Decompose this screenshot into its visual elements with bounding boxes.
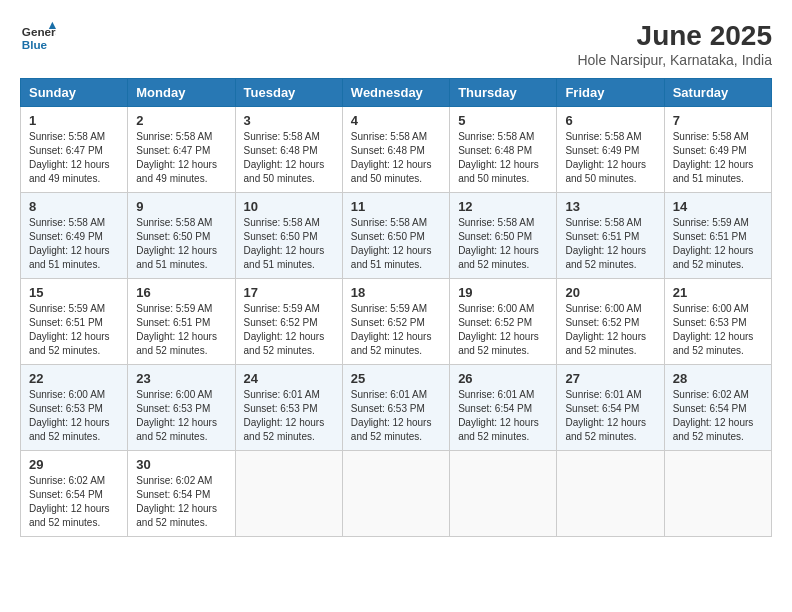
day-info: Sunrise: 6:02 AM Sunset: 6:54 PM Dayligh… bbox=[29, 474, 119, 530]
table-row: 18 Sunrise: 5:59 AM Sunset: 6:52 PM Dayl… bbox=[342, 279, 449, 365]
day-info: Sunrise: 5:58 AM Sunset: 6:47 PM Dayligh… bbox=[136, 130, 226, 186]
table-row: 22 Sunrise: 6:00 AM Sunset: 6:53 PM Dayl… bbox=[21, 365, 128, 451]
table-row: 8 Sunrise: 5:58 AM Sunset: 6:49 PM Dayli… bbox=[21, 193, 128, 279]
day-info: Sunrise: 5:58 AM Sunset: 6:49 PM Dayligh… bbox=[565, 130, 655, 186]
day-number: 4 bbox=[351, 113, 441, 128]
table-row: 6 Sunrise: 5:58 AM Sunset: 6:49 PM Dayli… bbox=[557, 107, 664, 193]
day-number: 13 bbox=[565, 199, 655, 214]
table-row: 1 Sunrise: 5:58 AM Sunset: 6:47 PM Dayli… bbox=[21, 107, 128, 193]
day-info: Sunrise: 5:58 AM Sunset: 6:50 PM Dayligh… bbox=[351, 216, 441, 272]
calendar-week-row: 8 Sunrise: 5:58 AM Sunset: 6:49 PM Dayli… bbox=[21, 193, 772, 279]
day-info: Sunrise: 5:58 AM Sunset: 6:51 PM Dayligh… bbox=[565, 216, 655, 272]
table-row: 28 Sunrise: 6:02 AM Sunset: 6:54 PM Dayl… bbox=[664, 365, 771, 451]
day-info: Sunrise: 5:59 AM Sunset: 6:52 PM Dayligh… bbox=[351, 302, 441, 358]
calendar-week-row: 1 Sunrise: 5:58 AM Sunset: 6:47 PM Dayli… bbox=[21, 107, 772, 193]
calendar-table: Sunday Monday Tuesday Wednesday Thursday… bbox=[20, 78, 772, 537]
logo: General Blue bbox=[20, 20, 56, 56]
col-friday: Friday bbox=[557, 79, 664, 107]
table-row: 19 Sunrise: 6:00 AM Sunset: 6:52 PM Dayl… bbox=[450, 279, 557, 365]
day-info: Sunrise: 6:01 AM Sunset: 6:54 PM Dayligh… bbox=[458, 388, 548, 444]
day-number: 10 bbox=[244, 199, 334, 214]
day-number: 6 bbox=[565, 113, 655, 128]
table-row: 14 Sunrise: 5:59 AM Sunset: 6:51 PM Dayl… bbox=[664, 193, 771, 279]
table-row: 7 Sunrise: 5:58 AM Sunset: 6:49 PM Dayli… bbox=[664, 107, 771, 193]
table-row: 3 Sunrise: 5:58 AM Sunset: 6:48 PM Dayli… bbox=[235, 107, 342, 193]
day-info: Sunrise: 6:00 AM Sunset: 6:52 PM Dayligh… bbox=[565, 302, 655, 358]
day-number: 9 bbox=[136, 199, 226, 214]
day-number: 22 bbox=[29, 371, 119, 386]
table-row bbox=[664, 451, 771, 537]
table-row: 21 Sunrise: 6:00 AM Sunset: 6:53 PM Dayl… bbox=[664, 279, 771, 365]
day-info: Sunrise: 5:58 AM Sunset: 6:50 PM Dayligh… bbox=[136, 216, 226, 272]
day-number: 2 bbox=[136, 113, 226, 128]
col-monday: Monday bbox=[128, 79, 235, 107]
table-row bbox=[557, 451, 664, 537]
day-number: 1 bbox=[29, 113, 119, 128]
day-info: Sunrise: 5:58 AM Sunset: 6:48 PM Dayligh… bbox=[244, 130, 334, 186]
day-info: Sunrise: 6:00 AM Sunset: 6:53 PM Dayligh… bbox=[29, 388, 119, 444]
day-info: Sunrise: 5:58 AM Sunset: 6:48 PM Dayligh… bbox=[351, 130, 441, 186]
table-row: 27 Sunrise: 6:01 AM Sunset: 6:54 PM Dayl… bbox=[557, 365, 664, 451]
day-info: Sunrise: 5:59 AM Sunset: 6:51 PM Dayligh… bbox=[29, 302, 119, 358]
table-row: 17 Sunrise: 5:59 AM Sunset: 6:52 PM Dayl… bbox=[235, 279, 342, 365]
col-wednesday: Wednesday bbox=[342, 79, 449, 107]
header-row: Sunday Monday Tuesday Wednesday Thursday… bbox=[21, 79, 772, 107]
day-number: 26 bbox=[458, 371, 548, 386]
day-info: Sunrise: 6:02 AM Sunset: 6:54 PM Dayligh… bbox=[136, 474, 226, 530]
day-number: 18 bbox=[351, 285, 441, 300]
table-row: 5 Sunrise: 5:58 AM Sunset: 6:48 PM Dayli… bbox=[450, 107, 557, 193]
title-block: June 2025 Hole Narsipur, Karnataka, Indi… bbox=[577, 20, 772, 68]
table-row: 12 Sunrise: 5:58 AM Sunset: 6:50 PM Dayl… bbox=[450, 193, 557, 279]
day-number: 21 bbox=[673, 285, 763, 300]
day-number: 11 bbox=[351, 199, 441, 214]
day-number: 17 bbox=[244, 285, 334, 300]
day-number: 8 bbox=[29, 199, 119, 214]
day-info: Sunrise: 6:01 AM Sunset: 6:53 PM Dayligh… bbox=[351, 388, 441, 444]
day-number: 28 bbox=[673, 371, 763, 386]
day-number: 15 bbox=[29, 285, 119, 300]
day-info: Sunrise: 5:59 AM Sunset: 6:51 PM Dayligh… bbox=[673, 216, 763, 272]
logo-icon: General Blue bbox=[20, 20, 56, 56]
table-row: 30 Sunrise: 6:02 AM Sunset: 6:54 PM Dayl… bbox=[128, 451, 235, 537]
day-number: 30 bbox=[136, 457, 226, 472]
table-row: 29 Sunrise: 6:02 AM Sunset: 6:54 PM Dayl… bbox=[21, 451, 128, 537]
day-number: 3 bbox=[244, 113, 334, 128]
table-row bbox=[235, 451, 342, 537]
calendar-week-row: 22 Sunrise: 6:00 AM Sunset: 6:53 PM Dayl… bbox=[21, 365, 772, 451]
day-info: Sunrise: 6:00 AM Sunset: 6:53 PM Dayligh… bbox=[136, 388, 226, 444]
table-row: 4 Sunrise: 5:58 AM Sunset: 6:48 PM Dayli… bbox=[342, 107, 449, 193]
table-row: 24 Sunrise: 6:01 AM Sunset: 6:53 PM Dayl… bbox=[235, 365, 342, 451]
day-number: 24 bbox=[244, 371, 334, 386]
table-row: 9 Sunrise: 5:58 AM Sunset: 6:50 PM Dayli… bbox=[128, 193, 235, 279]
day-info: Sunrise: 6:00 AM Sunset: 6:53 PM Dayligh… bbox=[673, 302, 763, 358]
day-number: 7 bbox=[673, 113, 763, 128]
day-number: 19 bbox=[458, 285, 548, 300]
table-row: 16 Sunrise: 5:59 AM Sunset: 6:51 PM Dayl… bbox=[128, 279, 235, 365]
table-row: 13 Sunrise: 5:58 AM Sunset: 6:51 PM Dayl… bbox=[557, 193, 664, 279]
day-info: Sunrise: 6:02 AM Sunset: 6:54 PM Dayligh… bbox=[673, 388, 763, 444]
calendar-week-row: 29 Sunrise: 6:02 AM Sunset: 6:54 PM Dayl… bbox=[21, 451, 772, 537]
day-number: 12 bbox=[458, 199, 548, 214]
day-info: Sunrise: 5:58 AM Sunset: 6:49 PM Dayligh… bbox=[673, 130, 763, 186]
svg-text:Blue: Blue bbox=[22, 38, 48, 51]
col-sunday: Sunday bbox=[21, 79, 128, 107]
day-info: Sunrise: 5:58 AM Sunset: 6:48 PM Dayligh… bbox=[458, 130, 548, 186]
col-saturday: Saturday bbox=[664, 79, 771, 107]
day-info: Sunrise: 5:59 AM Sunset: 6:51 PM Dayligh… bbox=[136, 302, 226, 358]
table-row: 25 Sunrise: 6:01 AM Sunset: 6:53 PM Dayl… bbox=[342, 365, 449, 451]
day-info: Sunrise: 6:01 AM Sunset: 6:54 PM Dayligh… bbox=[565, 388, 655, 444]
table-row: 26 Sunrise: 6:01 AM Sunset: 6:54 PM Dayl… bbox=[450, 365, 557, 451]
day-info: Sunrise: 5:59 AM Sunset: 6:52 PM Dayligh… bbox=[244, 302, 334, 358]
table-row: 23 Sunrise: 6:00 AM Sunset: 6:53 PM Dayl… bbox=[128, 365, 235, 451]
calendar-title: June 2025 bbox=[577, 20, 772, 52]
table-row: 20 Sunrise: 6:00 AM Sunset: 6:52 PM Dayl… bbox=[557, 279, 664, 365]
day-number: 5 bbox=[458, 113, 548, 128]
calendar-subtitle: Hole Narsipur, Karnataka, India bbox=[577, 52, 772, 68]
day-info: Sunrise: 5:58 AM Sunset: 6:47 PM Dayligh… bbox=[29, 130, 119, 186]
day-number: 16 bbox=[136, 285, 226, 300]
table-row: 10 Sunrise: 5:58 AM Sunset: 6:50 PM Dayl… bbox=[235, 193, 342, 279]
table-row: 11 Sunrise: 5:58 AM Sunset: 6:50 PM Dayl… bbox=[342, 193, 449, 279]
day-number: 20 bbox=[565, 285, 655, 300]
day-info: Sunrise: 6:01 AM Sunset: 6:53 PM Dayligh… bbox=[244, 388, 334, 444]
col-tuesday: Tuesday bbox=[235, 79, 342, 107]
